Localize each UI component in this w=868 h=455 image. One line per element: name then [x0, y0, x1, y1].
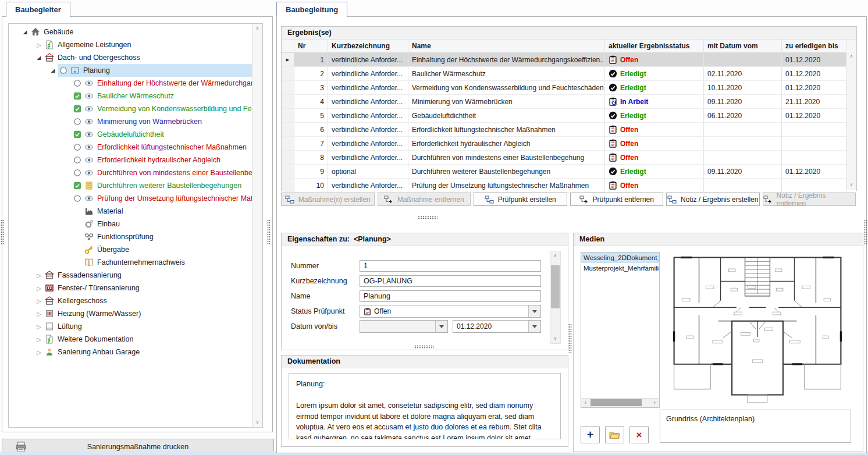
vertical-splitter-handle[interactable] — [267, 219, 271, 245]
tree-item-body[interactable]: Fenster-/ Türensanierung — [44, 282, 252, 294]
tree-item[interactable]: ◢Gebäude — [9, 26, 252, 38]
media-list-item[interactable]: Wesseling_2DDokument_EG — [581, 253, 659, 263]
datum-bis-dropdown[interactable]: 01.12.2020 — [453, 320, 541, 333]
table-row[interactable]: 3verbindliche Anforder...Vermeidung von … — [282, 81, 856, 95]
tree-item-body[interactable]: Durchführen von mindestens einer Baustel… — [72, 166, 252, 179]
horizontal-splitter-handle[interactable] — [414, 345, 434, 349]
tree-item-body[interactable]: Baulicher Wärmeschutz — [72, 90, 252, 102]
scroll-down-icon[interactable]: ∨ — [550, 334, 560, 343]
expander-collapsed-icon[interactable]: ▷ — [34, 336, 44, 343]
expander-collapsed-icon[interactable]: ▷ — [34, 42, 44, 48]
tab-baubegleitung[interactable]: Baubegleitung — [276, 2, 347, 17]
tree-item[interactable]: ▷Fenster-/ Türensanierung — [9, 282, 252, 294]
tree-item-body[interactable]: Sanierung Anbau Garage — [44, 346, 252, 358]
tree-item-body[interactable]: Allgemeine Leistungen — [44, 38, 252, 51]
table-row[interactable]: 4verbindliche Anforder...Minimierung von… — [282, 95, 856, 109]
name-input[interactable] — [360, 290, 541, 302]
table-scrollbar[interactable]: ∧ ∨ — [846, 52, 856, 190]
tree-item[interactable]: ▷Kellergeschoss — [9, 294, 252, 307]
expander-collapsed-icon[interactable]: ▷ — [34, 272, 44, 279]
table-row[interactable]: 10verbindliche Anforder...Prüfung der Um… — [282, 179, 856, 193]
media-list-hscrollbar[interactable]: ‹ › — [581, 398, 659, 407]
dropdown-arrow-button[interactable] — [528, 305, 540, 317]
notiz-ergebnis-erstellen-button[interactable]: Notiz / Ergebnis erstellen — [666, 193, 760, 206]
tree-item-body[interactable]: Einbau — [72, 218, 252, 230]
tree-item-body[interactable]: Vermeidung von Kondenswasserbildung und … — [72, 102, 252, 115]
scroll-up-icon[interactable]: ∧ — [846, 52, 856, 61]
tree-item[interactable]: Funktionsprüfung — [9, 230, 252, 243]
tree-item-body[interactable]: Übergabe — [72, 243, 252, 256]
dropdown-arrow-button[interactable] — [528, 321, 540, 332]
tree-item[interactable]: ▷Heizung (Wärme/Wasser) — [9, 307, 252, 320]
table-row[interactable]: ▶1verbindliche Anforder...Einhaltung der… — [282, 53, 856, 67]
tree-item[interactable]: Erforderlichkeit hydraulischer Abgleich — [9, 154, 252, 166]
vertical-splitter-handle[interactable] — [568, 324, 572, 353]
tab-baubegleiter[interactable]: Baubegleiter — [6, 2, 70, 17]
scroll-up-icon[interactable]: ∧ — [550, 251, 560, 261]
tree-item[interactable]: Fachunternehmernachweis — [9, 256, 252, 269]
tree-item[interactable]: Einhaltung der Höchstwerte der Wärmedurc… — [9, 77, 252, 90]
horizontal-splitter-handle[interactable] — [418, 216, 437, 219]
scrollbar-thumb[interactable] — [590, 399, 642, 406]
expander-collapsed-icon[interactable]: ▷ — [34, 298, 44, 304]
add-media-button[interactable]: + — [581, 426, 600, 443]
header-name[interactable]: Name — [408, 40, 605, 52]
expander-expanded-icon[interactable]: ◢ — [20, 29, 30, 35]
scrollbar-thumb[interactable] — [551, 265, 560, 308]
table-row[interactable]: 6verbindliche Anforder...Erfordlichkeit … — [282, 123, 856, 137]
tree-item-body[interactable]: Gebäude — [30, 26, 252, 38]
dropdown-arrow-button[interactable] — [435, 321, 447, 332]
scroll-down-icon[interactable]: ∨ — [252, 418, 262, 427]
tree-item-body[interactable]: Dach- und Obergeschoss — [44, 51, 252, 64]
scroll-left-icon[interactable]: ‹ — [581, 399, 590, 407]
prüfpunkt-erstellen-button[interactable]: Prüfpunkt erstellen — [474, 193, 567, 206]
table-row[interactable]: 9optionalDurchführen weiterer Baustellen… — [282, 165, 856, 179]
expander-expanded-icon[interactable]: ◢ — [48, 67, 58, 73]
tree-item-body[interactable]: Erfordlichkeit lüftungstechnischer Maßna… — [72, 141, 252, 154]
tree-item-body[interactable]: Weitere Dokumentation — [44, 333, 252, 346]
expander-collapsed-icon[interactable]: ▷ — [34, 349, 44, 356]
properties-scrollbar[interactable]: ∧ ∨ — [550, 251, 561, 344]
tree-item-body[interactable]: Gebäudeluftdichtheit — [72, 128, 252, 141]
tree-item-body[interactable]: Minimierung von Wärmebrücken — [72, 115, 252, 128]
header-ergebnisstatus[interactable]: aktueller Ergebnisstatus — [605, 40, 704, 52]
tree-item-body[interactable]: Durchführen weiterer Baustellenbegehunge… — [72, 179, 252, 192]
media-caption-field[interactable]: Grundriss (Architektenplan) — [660, 410, 851, 443]
table-row[interactable]: 5verbindliche Anforder...Gebäudeluftdich… — [282, 109, 856, 123]
tree-item[interactable]: ▷Sanierung Anbau Garage — [9, 346, 252, 358]
table-row[interactable]: 7verbindliche Anforder...Erforderlichkei… — [282, 137, 856, 151]
tree-item[interactable]: ◢Planung — [9, 64, 252, 77]
header-datum-vom[interactable]: mit Datum vom — [704, 40, 782, 52]
media-list-item[interactable]: Musterprojekt_Mehrfamilienhaus — [581, 263, 659, 273]
tree-item[interactable]: ▷Fassadensanierung — [9, 269, 252, 282]
vertical-splitter-handle[interactable] — [864, 219, 867, 245]
tree-item-body[interactable]: Fachunternehmernachweis — [72, 256, 252, 269]
tree-item-body[interactable]: Kellergeschoss — [44, 294, 252, 307]
tree-item[interactable]: Durchführen weiterer Baustellenbegehunge… — [9, 179, 252, 192]
nummer-input[interactable] — [360, 260, 541, 272]
delete-media-button[interactable]: × — [629, 426, 649, 443]
header-nr[interactable]: Nr — [294, 40, 328, 52]
tree-item-body[interactable]: Erforderlichkeit hydraulischer Abgleich — [72, 154, 252, 166]
scroll-right-icon[interactable]: › — [650, 399, 659, 407]
tree-item[interactable]: ◢Dach- und Obergeschoss — [9, 51, 252, 64]
tree-item-body[interactable]: Lüftung — [44, 320, 252, 333]
tree-item[interactable]: Übergabe — [9, 243, 252, 256]
table-row[interactable]: 2verbindliche Anforder...Baulicher Wärme… — [282, 67, 856, 81]
status-dropdown[interactable]: Offen — [360, 305, 541, 318]
header-erledigen-bis[interactable]: zu erledigen bis — [782, 40, 846, 52]
tree-item[interactable]: ▷Lüftung — [9, 320, 252, 333]
tree-item-body[interactable]: Funktionsprüfung — [72, 230, 252, 243]
prüfpunkt-entfernen-button[interactable]: Prüfpunkt entfernen — [570, 193, 664, 206]
kurzbezeichnung-input[interactable] — [360, 275, 541, 287]
tree-item-body[interactable]: Einhaltung der Höchstwerte der Wärmedurc… — [72, 77, 252, 90]
tree-item[interactable]: Erfordlichkeit lüftungstechnischer Maßna… — [9, 141, 252, 154]
tree-item-body[interactable]: Prüfung der Umsetzung lüftungstechnische… — [72, 192, 252, 205]
tree-item[interactable]: Einbau — [9, 218, 252, 230]
tree-item-body[interactable]: Material — [72, 205, 252, 218]
tree-item[interactable]: Prüfung der Umsetzung lüftungstechnische… — [9, 192, 252, 205]
expander-expanded-icon[interactable]: ◢ — [34, 55, 44, 61]
tree-scrollbar[interactable]: ∧ ∨ — [252, 24, 262, 427]
tree-item[interactable]: ▷Weitere Dokumentation — [9, 333, 252, 346]
tree-item[interactable]: Gebäudeluftdichtheit — [9, 128, 252, 141]
